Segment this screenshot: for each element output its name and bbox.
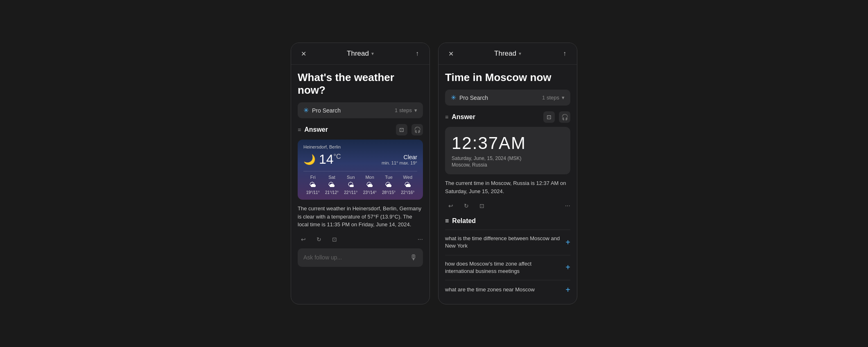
related-item[interactable]: how does Moscow's time zone affect inter… bbox=[445, 255, 570, 280]
share-icon-2[interactable]: ↑ bbox=[559, 48, 570, 59]
forecast-day-icon: 🌤 bbox=[348, 181, 354, 189]
panel-header-1: ✕ Thread ▾ ↑ bbox=[291, 43, 429, 65]
forecast-day-icon: 🌥 bbox=[366, 181, 373, 189]
forecast-temp: 21°/12° bbox=[325, 190, 339, 195]
panel-time: ✕ Thread ▾ ↑ Time in Moscow now ✳ Pro Se… bbox=[438, 43, 577, 304]
panel-weather: ✕ Thread ▾ ↑ What's the weather now? ✳ P… bbox=[291, 43, 430, 304]
share-button-2[interactable]: ↩ bbox=[445, 200, 457, 212]
forecast-day-label: Tue bbox=[385, 175, 393, 180]
answer-actions-2: ⊡ 🎧 bbox=[543, 111, 570, 123]
copy-button-2[interactable]: ⊡ bbox=[543, 111, 555, 123]
related-header: ≡ Related bbox=[445, 217, 570, 225]
pro-search-right-1: 1 steps ▾ bbox=[395, 107, 417, 113]
forecast-day: Fri 🌥 19°/11° bbox=[303, 175, 322, 195]
related-item-text: what is the time difference between Mosc… bbox=[445, 235, 561, 250]
pro-search-bar-1[interactable]: ✳ Pro Search 1 steps ▾ bbox=[298, 102, 423, 118]
time-city: Moscow, Russia bbox=[452, 162, 564, 168]
answer-label-1: ≡ Answer bbox=[298, 126, 328, 133]
weather-minmax: min. 11° max. 19° bbox=[382, 160, 417, 165]
weather-moon-icon: 🌙 bbox=[303, 154, 316, 165]
thread-title-1[interactable]: Thread ▾ bbox=[347, 50, 374, 58]
refresh-button-1[interactable]: ↻ bbox=[313, 234, 325, 245]
related-item[interactable]: what is the time difference between Mosc… bbox=[445, 230, 570, 255]
share-button-1[interactable]: ↩ bbox=[298, 234, 309, 245]
forecast-day-icon: 🌥 bbox=[385, 181, 392, 189]
panel-header-2: ✕ Thread ▾ ↑ bbox=[439, 43, 577, 65]
related-stack-icon: ≡ bbox=[445, 217, 449, 225]
forecast-day-label: Fri bbox=[310, 175, 316, 180]
pro-search-chevron-1: ▾ bbox=[414, 107, 417, 113]
related-section: ≡ Related what is the time difference be… bbox=[445, 217, 570, 300]
forecast-temp: 23°/14° bbox=[363, 190, 377, 195]
time-answer-text: The current time in Moscow, Russia is 12… bbox=[445, 179, 570, 195]
weather-answer-text: The current weather in Heinersdorf, Berl… bbox=[298, 205, 423, 229]
pro-search-label-1: Pro Search bbox=[312, 107, 341, 114]
pro-search-chevron-2: ▾ bbox=[562, 95, 565, 101]
refresh-button-2[interactable]: ↻ bbox=[461, 200, 472, 212]
time-date: Saturday, June, 15, 2024 (MSK) bbox=[452, 155, 564, 161]
forecast-temp: 22°/11° bbox=[344, 190, 357, 195]
copy-action-button-1[interactable]: ⊡ bbox=[329, 234, 340, 245]
forecast-day: Sat 🌥 21°/12° bbox=[322, 175, 341, 195]
answer-text-label-1: Answer bbox=[304, 126, 328, 133]
weather-main: 🌙 14°C Clear min. 11° max. 19° bbox=[303, 152, 417, 167]
forecast-day-icon: 🌥 bbox=[310, 181, 316, 189]
answer-label-2: ≡ Answer bbox=[445, 113, 475, 121]
thread-title-2[interactable]: Thread ▾ bbox=[494, 50, 521, 58]
forecast-temp: 28°/15° bbox=[382, 190, 396, 195]
weather-card: Heinersdorf, Berlin 🌙 14°C Clear min. 11… bbox=[298, 140, 423, 200]
forecast-day-label: Sat bbox=[328, 175, 335, 180]
panel-content-2: Time in Moscow now ✳ Pro Search 1 steps … bbox=[439, 65, 577, 304]
pro-search-label-2: Pro Search bbox=[459, 95, 488, 101]
weather-left: 🌙 14°C bbox=[303, 152, 341, 167]
title-label-1: Thread bbox=[347, 50, 369, 58]
bottom-actions-1: ↩ ↻ ⊡ ··· bbox=[298, 234, 423, 245]
copy-button-1[interactable]: ⊡ bbox=[396, 124, 407, 135]
weather-condition: Clear bbox=[382, 154, 417, 160]
close-icon-1[interactable]: ✕ bbox=[298, 48, 309, 59]
forecast-day-label: Wed bbox=[403, 175, 412, 180]
forecast-day: Wed 🌥 22°/16° bbox=[398, 175, 417, 195]
query-title-2: Time in Moscow now bbox=[445, 71, 570, 84]
pro-search-steps-2: 1 steps bbox=[542, 95, 559, 101]
pro-search-bar-2[interactable]: ✳ Pro Search 1 steps ▾ bbox=[445, 90, 570, 106]
pro-search-left-1: ✳ Pro Search bbox=[303, 106, 341, 114]
big-time-display: 12:37AM bbox=[452, 133, 564, 153]
more-button-2[interactable]: ··· bbox=[565, 202, 570, 210]
panel-content-1: What's the weather now? ✳ Pro Search 1 s… bbox=[291, 65, 429, 304]
forecast-day-icon: 🌥 bbox=[405, 181, 411, 189]
query-title-1: What's the weather now? bbox=[298, 71, 423, 97]
time-card: 12:37AM Saturday, June, 15, 2024 (MSK) M… bbox=[445, 127, 570, 174]
weather-right: Clear min. 11° max. 19° bbox=[382, 154, 417, 165]
weather-location: Heinersdorf, Berlin bbox=[303, 144, 417, 149]
chevron-down-icon-1: ▾ bbox=[371, 51, 374, 56]
mic-icon-1[interactable]: 🎙 bbox=[410, 253, 417, 262]
copy-action-button-2[interactable]: ⊡ bbox=[476, 200, 488, 212]
pro-search-left-2: ✳ Pro Search bbox=[451, 94, 488, 101]
audio-button-1[interactable]: 🎧 bbox=[411, 124, 423, 135]
close-icon-2[interactable]: ✕ bbox=[445, 48, 457, 59]
related-label: Related bbox=[452, 217, 476, 225]
related-plus-icon: + bbox=[565, 238, 570, 247]
related-item-text: what are the time zones near Moscow bbox=[445, 286, 561, 293]
forecast-day: Tue 🌥 28°/15° bbox=[379, 175, 398, 195]
related-items: what is the time difference between Mosc… bbox=[445, 230, 570, 300]
forecast-day-label: Mon bbox=[365, 175, 374, 180]
related-plus-icon: + bbox=[565, 285, 570, 295]
share-icon-1[interactable]: ↑ bbox=[411, 48, 423, 59]
forecast-day: Sun 🌤 22°/11° bbox=[341, 175, 360, 195]
answer-text-label-2: Answer bbox=[452, 113, 475, 121]
weather-forecast: Fri 🌥 19°/11° Sat 🌥 21°/12° Sun 🌤 22°/11… bbox=[303, 171, 417, 195]
forecast-day-label: Sun bbox=[347, 175, 355, 180]
bottom-actions-2: ↩ ↻ ⊡ ··· bbox=[445, 200, 570, 212]
related-plus-icon: + bbox=[565, 263, 570, 272]
answer-header-2: ≡ Answer ⊡ 🎧 bbox=[445, 111, 570, 123]
list-icon-2: ≡ bbox=[445, 114, 448, 120]
pro-search-star-1: ✳ bbox=[303, 106, 309, 114]
forecast-temp: 19°/11° bbox=[306, 190, 320, 195]
ask-followup-bar-1[interactable]: Ask follow up... 🎙 bbox=[298, 248, 423, 267]
list-icon-1: ≡ bbox=[298, 126, 301, 133]
related-item[interactable]: what are the time zones near Moscow + bbox=[445, 280, 570, 300]
more-button-1[interactable]: ··· bbox=[418, 236, 423, 243]
audio-button-2[interactable]: 🎧 bbox=[559, 111, 570, 123]
